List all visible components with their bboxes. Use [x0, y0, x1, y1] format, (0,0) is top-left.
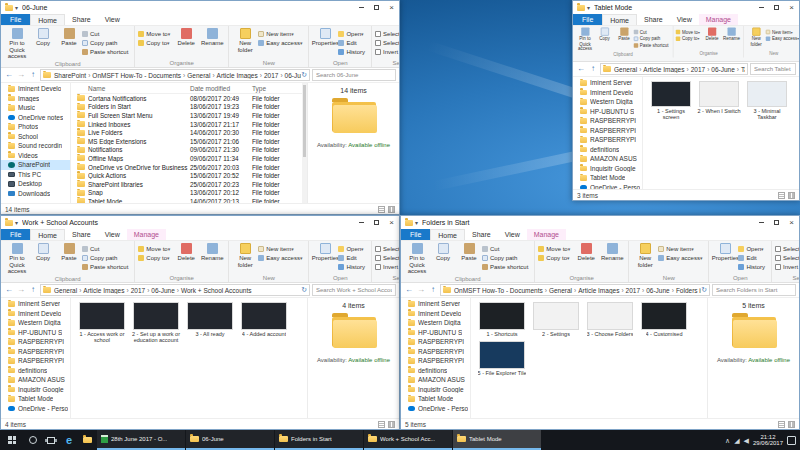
- copy-to-button[interactable]: Copy to: [138, 253, 173, 262]
- move-to-button[interactable]: Move to: [538, 244, 573, 253]
- network-icon[interactable]: ◢: [734, 437, 739, 444]
- rename-button[interactable]: Rename: [199, 242, 225, 262]
- sidebar-item[interactable]: RASPBERRYPI: [573, 126, 642, 136]
- thumbnails-view-button[interactable]: [388, 206, 395, 213]
- breadcrumb-segment[interactable]: 06-June: [150, 287, 176, 294]
- thumbnail-item[interactable]: 4 - Added account: [239, 302, 289, 343]
- paste-shortcut-button[interactable]: Paste shortcut: [82, 47, 131, 56]
- search-input[interactable]: [312, 284, 396, 296]
- up-icon[interactable]: ↑: [428, 286, 438, 294]
- breadcrumb-segment[interactable]: OnMSFT How-To - Documents: [91, 72, 182, 79]
- paste-button[interactable]: Paste: [614, 27, 634, 42]
- move-to-button[interactable]: Move to: [138, 244, 173, 253]
- breadcrumb-segment[interactable]: Work + School Accounts: [180, 287, 253, 294]
- copy-to-button[interactable]: Copy to: [676, 35, 702, 42]
- ribbon-tab[interactable]: Home: [602, 14, 637, 25]
- sidebar-item[interactable]: AMAZON ASUS: [401, 375, 470, 385]
- copy-button[interactable]: Copy: [595, 27, 615, 42]
- thumbnails-view-button[interactable]: [788, 192, 795, 199]
- sidebar-item[interactable]: OneDrive - Perso: [1, 404, 70, 414]
- breadcrumb-segment[interactable]: 2017: [263, 72, 279, 79]
- cut-button[interactable]: Cut: [634, 28, 671, 35]
- qat-customize-icon[interactable]: ▾: [415, 219, 418, 226]
- minimize-button[interactable]: [754, 216, 769, 229]
- new-item-button[interactable]: New item: [258, 244, 305, 253]
- edit-button[interactable]: Edit: [738, 253, 768, 262]
- sidebar-item[interactable]: Iminent Server: [401, 299, 470, 309]
- up-icon[interactable]: ↑: [28, 286, 38, 294]
- search-input[interactable]: [750, 63, 796, 75]
- copy-to-button[interactable]: Copy to: [538, 253, 573, 262]
- action-center-icon[interactable]: [787, 436, 796, 445]
- ribbon-tab[interactable]: Share: [465, 229, 498, 240]
- delete-button[interactable]: Delete: [173, 27, 199, 47]
- new-folder-button[interactable]: Newfolder: [746, 27, 766, 47]
- paste-shortcut-button[interactable]: Paste shortcut: [482, 262, 531, 271]
- column-header-type[interactable]: Type: [252, 85, 302, 92]
- address-bar[interactable]: General›Article Images›2017›06-June›Work…: [40, 284, 310, 296]
- search-input[interactable]: [712, 284, 796, 296]
- new-folder-button[interactable]: Newfolder: [232, 27, 258, 53]
- open-button[interactable]: Open: [738, 244, 768, 253]
- ribbon-tab[interactable]: View: [498, 229, 527, 240]
- sidebar-item[interactable]: Iminent Develo: [401, 309, 470, 319]
- taskbar-window-button[interactable]: Tablet Mode: [453, 430, 541, 450]
- invert-selection-button[interactable]: Invert selection: [775, 262, 799, 271]
- sidebar-item[interactable]: Iminent Develo: [573, 88, 642, 98]
- minimize-button[interactable]: [754, 1, 769, 14]
- sidebar-item[interactable]: Inquisitr Google: [401, 385, 470, 395]
- delete-button[interactable]: Delete: [573, 242, 599, 262]
- paste-shortcut-button[interactable]: Paste shortcut: [634, 42, 671, 49]
- file-row[interactable]: Cortana Notifications 08/06/2017 20:49 F…: [77, 94, 302, 103]
- breadcrumb-segment[interactable]: 06-June: [645, 287, 671, 294]
- sidebar-item[interactable]: Images: [1, 94, 70, 104]
- properties-button[interactable]: Properties: [312, 27, 338, 47]
- ribbon-tab[interactable]: Share: [637, 14, 670, 25]
- cut-button[interactable]: Cut: [82, 29, 131, 38]
- paste-button[interactable]: Paste: [456, 242, 482, 262]
- pin-to-quick-access-button[interactable]: Pin to Quickaccess: [404, 242, 430, 275]
- copy-path-button[interactable]: Copy path: [82, 253, 131, 262]
- sidebar-item[interactable]: RASPBERRYPI: [573, 135, 642, 145]
- sidebar-item[interactable]: Inquisitr Google: [1, 385, 70, 395]
- back-icon[interactable]: ←: [404, 286, 414, 294]
- breadcrumb-segment[interactable]: General: [53, 287, 78, 294]
- back-icon[interactable]: ←: [4, 71, 14, 79]
- sidebar-item[interactable]: Videos: [1, 151, 70, 161]
- sidebar-item[interactable]: RASPBERRYPI: [573, 116, 642, 126]
- details-view-button[interactable]: [778, 421, 785, 428]
- open-button[interactable]: Open: [338, 244, 368, 253]
- up-icon[interactable]: ↑: [588, 65, 598, 73]
- easy-access-button[interactable]: Easy access: [258, 253, 305, 262]
- ribbon-tab[interactable]: Manage: [699, 14, 738, 25]
- close-button[interactable]: ×: [784, 1, 799, 14]
- taskbar-clock[interactable]: 21:12 29/06/2017: [753, 434, 783, 447]
- pin-to-quick-access-button[interactable]: Pin to Quickaccess: [4, 242, 30, 275]
- history-button[interactable]: History: [338, 47, 368, 56]
- cut-button[interactable]: Cut: [82, 244, 131, 253]
- file-row[interactable]: Linked Inboxes 13/06/2017 21:17 File fol…: [77, 120, 302, 129]
- search-input[interactable]: [312, 69, 396, 81]
- sidebar-item[interactable]: Iminent Server: [573, 78, 642, 88]
- select-all-button[interactable]: Select all: [375, 244, 399, 253]
- thumbnail-item[interactable]: 3 - All ready: [185, 302, 235, 343]
- refresh-icon[interactable]: ↻: [301, 71, 307, 79]
- sidebar-item[interactable]: HP-UBUNTU S: [401, 328, 470, 338]
- breadcrumb-segment[interactable]: 2017: [690, 66, 706, 73]
- invert-selection-button[interactable]: Invert selection: [375, 262, 399, 271]
- breadcrumb-segment[interactable]: Article Images: [216, 72, 259, 79]
- select-none-button[interactable]: Select none: [775, 253, 799, 262]
- easy-access-button[interactable]: Easy access: [658, 253, 705, 262]
- breadcrumb-segment[interactable]: 2017: [130, 287, 146, 294]
- new-folder-button[interactable]: Newfolder: [232, 242, 258, 268]
- rename-button[interactable]: Rename: [722, 27, 742, 42]
- file-explorer-button[interactable]: [78, 430, 96, 450]
- ribbon-tab[interactable]: Share: [65, 14, 98, 25]
- sidebar-item[interactable]: Western Digita: [1, 318, 70, 328]
- thumbnail-item[interactable]: 2 - When I Switch: [697, 81, 741, 120]
- sidebar-item[interactable]: Downloads: [1, 189, 70, 199]
- scrollbar[interactable]: [302, 83, 307, 203]
- breadcrumb-segment[interactable]: OnMSFT How-To - Documents: [453, 287, 544, 294]
- copy-button[interactable]: Copy: [30, 27, 56, 47]
- file-row[interactable]: MS Edge Extensions 15/06/2017 21:06 File…: [77, 137, 302, 146]
